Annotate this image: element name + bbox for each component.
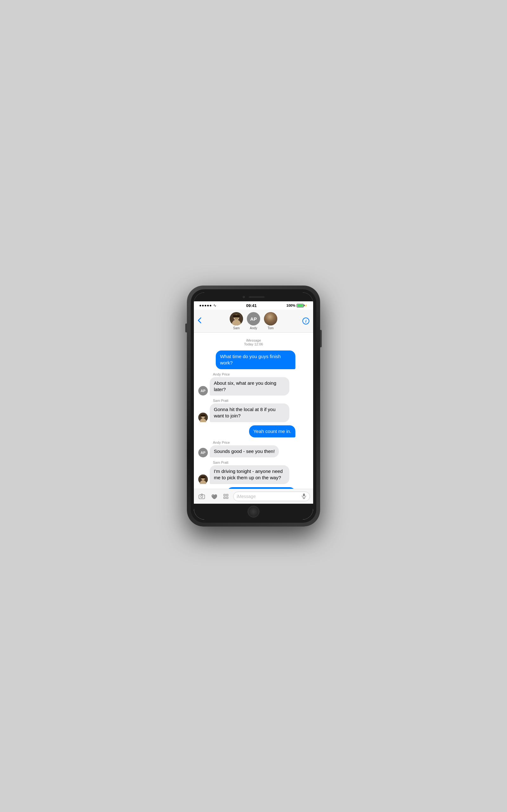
service-label: iMessage <box>198 338 309 342</box>
avatar-tom <box>264 312 277 325</box>
message-group-1: What time do you guys finish work? <box>198 351 309 369</box>
phone-inner: ∿ 09:41 100% ⚡ <box>191 289 316 523</box>
contact-andy[interactable]: AP Andy <box>247 312 260 330</box>
status-bar: ∿ 09:41 100% ⚡ <box>194 301 313 310</box>
message-group-2: Andy Price AP About six, what are you do… <box>198 372 309 396</box>
svg-point-20 <box>212 495 213 496</box>
apps-button[interactable] <box>221 492 231 501</box>
message-input-field[interactable]: iMessage <box>233 492 310 501</box>
screen: ∿ 09:41 100% ⚡ <box>194 293 313 519</box>
message-group-6: Sam Pratt <box>198 460 309 484</box>
battery-bolt-icon: ⚡ <box>304 304 307 307</box>
message-row-incoming: AP About six, what are you doing later? <box>198 377 309 396</box>
avatar-andy-initials: AP <box>250 316 257 322</box>
avatar-sam <box>230 312 243 325</box>
avatar-andy-msg2: AP <box>198 448 208 457</box>
chat-timestamp: Today 12:06 <box>198 342 309 346</box>
message-group-3: Sam Pratt <box>198 399 309 422</box>
bubble-incoming: I'm driving tonight - anyone need me to … <box>210 465 289 484</box>
avatar-sam-msg2 <box>198 475 208 484</box>
signal-dot <box>205 305 206 306</box>
bubble-incoming: Gonna hit the local at 8 if you want to … <box>210 403 289 422</box>
info-circle-icon: i <box>302 317 309 324</box>
message-row-incoming: AP Sounds good - see you then! <box>198 445 309 457</box>
camera-button[interactable] <box>197 492 207 501</box>
timestamp-header: iMessage Today 12:06 <box>198 338 309 346</box>
battery-percent: 100% <box>286 304 295 307</box>
message-text: About six, what are you doing later? <box>214 380 276 392</box>
battery-fill <box>297 305 303 307</box>
avatar-sam-image <box>230 312 243 325</box>
message-text: Yeah count me in. <box>253 429 291 434</box>
message-text: Sounds good - see you then! <box>214 448 275 454</box>
signal-dot <box>200 305 201 306</box>
info-label: i <box>305 319 306 323</box>
input-placeholder: iMessage <box>237 494 256 499</box>
info-button[interactable]: i <box>300 317 309 324</box>
message-text: What time do you guys finish work? <box>220 354 281 365</box>
svg-rect-11 <box>201 415 206 417</box>
svg-rect-21 <box>303 494 305 496</box>
chat-area: iMessage Today 12:06 What time do you gu… <box>194 333 313 489</box>
message-group-5: Andy Price AP Sounds good - see you then… <box>198 441 309 457</box>
contact-tom[interactable]: Tom <box>264 312 277 330</box>
back-button[interactable] <box>198 317 207 325</box>
message-text: Gonna hit the local at 8 if you want to … <box>214 407 275 418</box>
svg-rect-17 <box>201 477 206 478</box>
svg-point-19 <box>201 496 203 498</box>
heart-button[interactable] <box>209 492 219 501</box>
wifi-icon: ∿ <box>213 303 216 308</box>
message-group-4: Yeah count me in. <box>198 425 309 437</box>
signal-dot <box>202 305 204 306</box>
bubble-incoming: Sounds good - see you then! <box>210 445 279 457</box>
battery-icon <box>297 304 303 307</box>
phone-frame: ∿ 09:41 100% ⚡ <box>187 286 320 526</box>
sender-name-sam: Sam Pratt <box>213 399 309 402</box>
contact-sam-label: Sam <box>233 326 240 330</box>
signal-area: ∿ <box>200 303 216 308</box>
signal-dot <box>207 305 209 306</box>
avatar-sam-msg <box>198 413 208 422</box>
contact-andy-label: Andy <box>250 326 257 330</box>
bubble-incoming: About six, what are you doing later? <box>210 377 289 396</box>
sender-name-andy2: Andy Price <box>213 441 309 444</box>
avatar-andy-msg: AP <box>198 386 208 395</box>
top-physical-bar <box>194 293 313 301</box>
avatar-tom-image <box>264 312 277 325</box>
nav-bar: Sam AP Andy Tom <box>194 310 313 333</box>
message-text: I'm driving tonight - anyone need me to … <box>214 469 283 480</box>
contact-tom-label: Tom <box>268 326 274 330</box>
sender-name-andy: Andy Price <box>213 372 309 376</box>
svg-rect-5 <box>233 315 240 317</box>
input-bar: iMessage <box>194 489 313 504</box>
contacts-row: Sam AP Andy Tom <box>230 312 277 330</box>
bubble-outgoing: Yeah count me in. <box>249 425 295 437</box>
bottom-bar <box>194 504 313 519</box>
message-row-incoming: Gonna hit the local at 8 if you want to … <box>198 403 309 422</box>
message-row-outgoing: Yeah count me in. <box>198 425 309 437</box>
avatar-andy: AP <box>247 312 260 325</box>
home-button[interactable] <box>248 506 259 517</box>
bubble-outgoing: What time do you guys finish work? <box>216 351 295 369</box>
battery-area: 100% ⚡ <box>286 304 307 307</box>
mic-icon <box>301 493 306 500</box>
speaker-grille <box>249 296 265 298</box>
status-time: 09:41 <box>246 303 257 308</box>
message-row-outgoing: What time do you guys finish work? <box>198 351 309 369</box>
camera-dot <box>243 296 245 298</box>
message-row-incoming: I'm driving tonight - anyone need me to … <box>198 465 309 484</box>
contact-sam[interactable]: Sam <box>230 312 243 330</box>
sender-name-sam2: Sam Pratt <box>213 460 309 464</box>
battery-icon-container: ⚡ <box>297 304 307 307</box>
signal-dot <box>210 305 211 306</box>
